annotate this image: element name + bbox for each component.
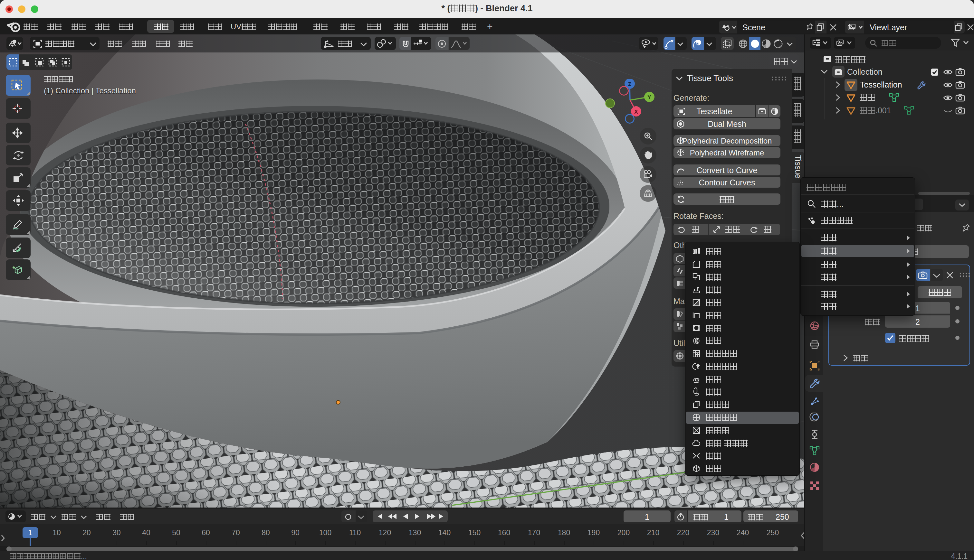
- svg-text:Z: Z: [628, 81, 631, 87]
- svg-text:X: X: [634, 109, 638, 115]
- svg-text:Y: Y: [647, 94, 651, 100]
